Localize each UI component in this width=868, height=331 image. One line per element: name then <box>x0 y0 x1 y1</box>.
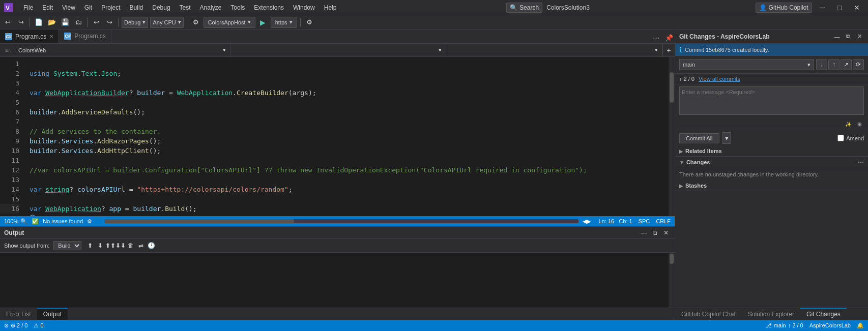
github-copilot-btn[interactable]: 👤 GitHub Copilot <box>756 3 812 13</box>
scroll-arrow-left[interactable]: ◀ <box>583 218 587 225</box>
toolbar-settings-btn[interactable]: ⚙ <box>190 17 201 28</box>
menu-view[interactable]: View <box>58 3 79 12</box>
toolbar-open-btn[interactable]: 📂 <box>46 17 57 28</box>
toolbar-fwd-btn[interactable]: ↪ <box>15 17 26 28</box>
output-btn-clear[interactable]: 🗑 <box>126 241 135 250</box>
scroll-arrow-right[interactable]: ▶ <box>587 218 591 225</box>
editor-scrollbar[interactable] <box>669 57 675 216</box>
output-minimize-btn[interactable]: — <box>639 228 648 237</box>
toolbar-back-btn[interactable]: ↩ <box>2 17 13 28</box>
menu-tools[interactable]: Tools <box>226 3 249 12</box>
changes-section: ▼ Changes ⋯ There are no unstaged change… <box>675 157 868 180</box>
minimize-button[interactable]: ─ <box>816 3 829 13</box>
related-expand-icon: ▶ <box>679 148 683 154</box>
bell-status[interactable]: 🔔 <box>857 322 864 329</box>
editor-pin-btn[interactable]: 📌 <box>663 32 675 43</box>
warnings-status[interactable]: ⚠ 0 <box>34 322 43 329</box>
tab-close-1[interactable]: ✕ <box>49 34 53 39</box>
namespace-dropdown[interactable]: ColorsWeb ▾ <box>14 44 230 56</box>
tab-solution-explorer[interactable]: Solution Explorer <box>742 308 800 320</box>
code-editor[interactable]: 1 2 3 4 5 6 7 8 9 10 11 12 13 14 15 16 1… <box>0 57 675 216</box>
toolbar-new-btn[interactable]: 📄 <box>33 17 44 28</box>
debug-mode-dropdown[interactable]: Debug ▾ <box>122 17 148 28</box>
tab-error-list[interactable]: Error List <box>0 308 37 320</box>
message-area <box>675 84 868 118</box>
remote-status[interactable]: AspireColorsLab <box>809 322 851 328</box>
cpu-dropdown[interactable]: Any CPU ▾ <box>150 17 183 28</box>
commit-message-input[interactable] <box>679 86 864 115</box>
menu-extensions[interactable]: Extensions <box>250 3 288 12</box>
toolbar-extra-btns[interactable]: ⚙ <box>304 17 315 28</box>
tab-output[interactable]: Output <box>37 308 68 320</box>
expand-editor-btn[interactable]: + <box>662 44 675 57</box>
git-panel-minimize[interactable]: — <box>832 32 842 41</box>
editor-hscroll-thumb[interactable] <box>104 219 294 223</box>
tab-git-changes[interactable]: Git Changes <box>800 308 847 320</box>
fetch-btn[interactable]: ↓ <box>816 59 827 70</box>
pull-btn[interactable]: ↑ <box>828 59 840 70</box>
changes-more-btn[interactable]: ⋯ <box>858 159 864 166</box>
commit-all-btn[interactable]: Commit All <box>679 133 719 143</box>
amend-checkbox[interactable] <box>837 135 844 141</box>
output-btn-2[interactable]: ⬇ <box>96 241 105 250</box>
branch-dropdown[interactable]: main ▾ <box>679 59 814 70</box>
commit-dropdown-btn[interactable]: ▾ <box>722 132 731 144</box>
output-btn-4[interactable]: ⬇⬇ <box>116 241 125 250</box>
output-btn-wrap[interactable]: ⇌ <box>136 241 146 250</box>
info-icon: ℹ <box>679 46 682 54</box>
editor-scrollbar-thumb[interactable] <box>670 72 674 103</box>
menu-git[interactable]: Git <box>80 3 96 12</box>
close-button[interactable]: ✕ <box>850 3 864 13</box>
editor-settings-btn[interactable]: ⋯ <box>650 32 661 43</box>
menu-help[interactable]: Help <box>320 3 341 12</box>
tab-program-cs-2[interactable]: C# Program.cs <box>59 29 111 43</box>
sync-btn[interactable]: ⟳ <box>853 59 864 70</box>
search-box[interactable]: 🔍 Search <box>506 3 542 13</box>
output-btn-time[interactable]: 🕐 <box>147 241 156 250</box>
changes-header[interactable]: ▼ Changes ⋯ <box>675 157 868 168</box>
menu-debug[interactable]: Debug <box>148 3 174 12</box>
branch-status[interactable]: ⎇ main ↑ 2 / 0 <box>765 322 803 329</box>
menu-file[interactable]: File <box>19 3 37 12</box>
output-close-btn[interactable]: ✕ <box>661 228 671 237</box>
menu-edit[interactable]: Edit <box>38 3 57 12</box>
menu-project[interactable]: Project <box>97 3 124 12</box>
menu-build[interactable]: Build <box>126 3 148 12</box>
output-btn-1[interactable]: ⬆ <box>85 241 95 250</box>
menu-test[interactable]: Test <box>176 3 195 12</box>
tab-program-cs-1[interactable]: C# Program.cs ✕ <box>0 29 59 43</box>
output-btn-3[interactable]: ⬆⬆ <box>106 241 115 250</box>
output-content[interactable] <box>0 253 669 308</box>
related-items-header[interactable]: ▶ Related Items <box>675 146 868 157</box>
output-source-select[interactable]: Build <box>53 241 81 250</box>
run-button[interactable]: ▶ <box>257 17 269 28</box>
app-host-btn[interactable]: ColorsAppHost ▾ <box>204 17 255 28</box>
ln-ch: Ln: 16 Ch: 1 <box>599 218 632 224</box>
code-content[interactable]: using System.Text.Json; var WebApplicati… <box>25 57 669 216</box>
right-bottom-tabs: GitHub Copilot Chat Solution Explorer Gi… <box>675 308 868 320</box>
maximize-button[interactable]: □ <box>833 3 846 13</box>
output-float-btn[interactable]: ⧉ <box>650 228 659 237</box>
zoom-level[interactable]: 100% 🔍 <box>4 218 27 225</box>
toolbar-undo-btn[interactable]: ↩ <box>91 17 102 28</box>
view-all-commits-link[interactable]: View all commits <box>699 76 740 82</box>
output-scrollbar[interactable] <box>669 253 675 308</box>
sparkle-btn[interactable]: ✨ <box>844 119 853 129</box>
push-btn[interactable]: ↗ <box>841 59 852 70</box>
toolbar-saveall-btn[interactable]: 🗂 <box>73 17 84 28</box>
git-panel-close[interactable]: ✕ <box>855 32 864 41</box>
menu-window[interactable]: Window <box>289 3 319 12</box>
message-actions: ✨ ⊞ <box>675 118 868 130</box>
toolbar-save-btn[interactable]: 💾 <box>60 17 71 28</box>
menu-analyze[interactable]: Analyze <box>196 3 226 12</box>
grid-btn[interactable]: ⊞ <box>855 119 864 129</box>
toolbar-redo-btn[interactable]: ↪ <box>104 17 115 28</box>
errors-status[interactable]: ⊗ ⊗ 2 / 0 <box>4 322 27 329</box>
type-dropdown[interactable]: ▾ <box>230 44 447 56</box>
tab-github-copilot-chat[interactable]: GitHub Copilot Chat <box>675 308 742 320</box>
stashes-header[interactable]: ▶ Stashes <box>675 180 868 191</box>
member-dropdown[interactable]: ▾ <box>446 44 662 56</box>
git-panel-float[interactable]: ⧉ <box>844 32 853 41</box>
https-btn[interactable]: https ▾ <box>271 17 297 28</box>
output-scroll-thumb[interactable] <box>670 254 674 264</box>
